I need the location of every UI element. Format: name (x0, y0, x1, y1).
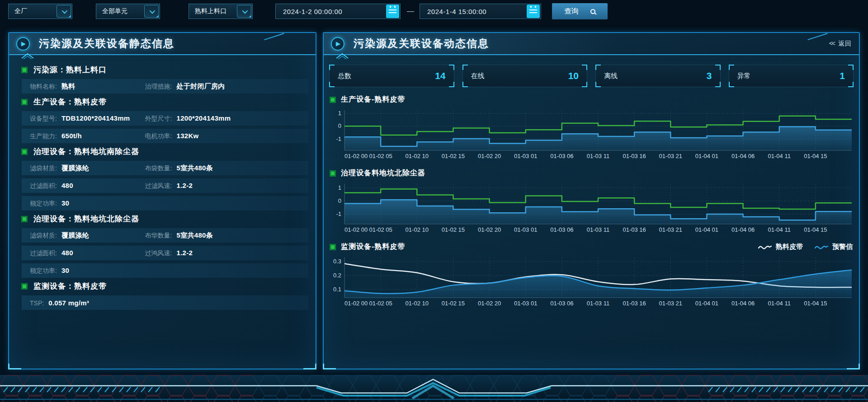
chevron-down-icon (149, 8, 155, 14)
stat-value: 3 (707, 70, 712, 81)
field-value: 处于封闭厂房内 (177, 82, 225, 91)
field-value: 480 (61, 182, 73, 189)
info-row: 过滤面积:480过鸿风速:1.2-2 (22, 246, 308, 260)
field-label: 布袋数量: (145, 164, 172, 173)
field-value: TDB1200*204143mm (61, 114, 130, 122)
green-square-icon (22, 99, 27, 105)
section-heading-label: 监测设备：熟料皮带 (33, 281, 107, 291)
chevron-up-decoration (335, 52, 349, 59)
play-circle-icon: ▶ (16, 37, 30, 51)
section-heading: 污染源：熟料上料口 (22, 65, 308, 75)
svg-text:01-04 06: 01-04 06 (731, 153, 755, 159)
back-button-label: 返回 (838, 40, 852, 47)
dynamic-info-panel: ▶ 污染源及关联设备动态信息 <<返回 总数14在线10离线3异常1 生产设备-… (323, 32, 860, 369)
svg-text:01-03 01: 01-03 01 (514, 226, 537, 233)
field-value: 1200*204143mm (177, 114, 231, 122)
calendar-icon[interactable] (386, 5, 399, 18)
corner-bracket (462, 82, 468, 87)
svg-text:01-04 06: 01-04 06 (731, 226, 755, 233)
corner-bracket (595, 82, 601, 87)
squiggle-line-icon (815, 244, 828, 250)
svg-text:0: 0 (338, 122, 341, 129)
corner-bracket (715, 65, 721, 70)
svg-text:01-04 15: 01-04 15 (804, 226, 827, 233)
corner-bracket (729, 65, 734, 70)
field-value: 1.2-2 (177, 182, 193, 189)
svg-text:01-03 16: 01-03 16 (623, 300, 646, 307)
field-label: 治理措施: (145, 83, 172, 91)
charts-container: 生产设备-熟料皮带10-101-02 0001-02 0501-02 1001-… (324, 95, 859, 308)
svg-text:1: 1 (338, 110, 341, 117)
start-datetime-input[interactable]: 2024-1-2 00:00:00 (275, 4, 401, 19)
source-select[interactable]: 熟料上料口 (189, 4, 253, 19)
end-datetime-input[interactable]: 2024-1-4 15:00:00 (420, 4, 541, 19)
legend-item[interactable]: 预警信 (815, 243, 853, 251)
corner-bracket (329, 65, 335, 70)
back-button[interactable]: <<返回 (829, 40, 852, 48)
info-cell: 过鸿风速:1.2-2 (145, 249, 308, 257)
double-chevron-left-icon: << (829, 40, 835, 47)
svg-text:01-04 15: 01-04 15 (804, 153, 827, 159)
static-info-list: 污染源：熟料上料口物料名称:熟料治理措施:处于封闭厂房内生产设备：熟料皮带设备型… (9, 55, 316, 319)
info-cell: 滤袋材质:覆膜涤纶 (22, 164, 145, 173)
svg-text:0.1: 0.1 (333, 286, 341, 293)
svg-text:01-02 15: 01-02 15 (442, 300, 465, 307)
query-button-label: 查询 (564, 7, 579, 16)
section-heading: 监测设备：熟料皮带 (22, 281, 308, 291)
stat-value: 1 (840, 70, 845, 81)
field-label: 电机功率: (145, 132, 172, 140)
svg-text:01-02 05: 01-02 05 (369, 226, 392, 233)
play-circle-icon: ▶ (331, 37, 344, 51)
svg-text:01-03 01: 01-03 01 (514, 153, 537, 159)
green-square-icon (330, 244, 335, 250)
svg-text:01-02 20: 01-02 20 (478, 226, 501, 233)
field-value: 0.057 mg/m³ (48, 299, 89, 307)
green-square-icon (22, 216, 27, 222)
svg-text:01-04 01: 01-04 01 (695, 153, 718, 159)
svg-text:01-02 10: 01-02 10 (406, 300, 429, 307)
corner-bracket (462, 65, 468, 70)
svg-text:01-03 06: 01-03 06 (550, 153, 573, 159)
info-cell: 生产能力:650t/h (22, 132, 145, 140)
field-value: 覆膜涤纶 (61, 164, 89, 173)
info-row: 滤袋材质:覆膜涤纶布袋数量:5室共480条 (22, 161, 308, 175)
svg-text:1: 1 (338, 184, 341, 191)
field-label: 额定功率: (30, 200, 57, 208)
static-info-header: ▶ 污染源及关联设备静态信息 (9, 33, 316, 55)
chart-block-treatment: 治理设备料地坑北除尘器10-101-02 0001-02 0501-02 100… (329, 168, 854, 234)
green-square-icon (22, 67, 27, 73)
chart-title: 治理设备料地坑北除尘器 (341, 168, 425, 178)
svg-text:01-02 20: 01-02 20 (478, 300, 501, 307)
green-square-icon (22, 284, 27, 289)
field-value: 覆膜涤纶 (61, 231, 89, 240)
svg-text:01-02 00: 01-02 00 (344, 300, 368, 307)
info-cell: 电机功率:132Kw (145, 132, 308, 140)
svg-text:0.2: 0.2 (333, 272, 341, 279)
corner-bracket (729, 82, 734, 87)
field-value: 5室共480条 (177, 164, 213, 173)
query-button[interactable]: 查询 (552, 3, 608, 19)
date-range-separator: — (407, 7, 414, 15)
unit-select[interactable]: 全部单元 (96, 4, 160, 19)
chevron-down-icon[interactable] (57, 5, 71, 18)
dynamic-info-header: ▶ 污染源及关联设备动态信息 <<返回 (324, 33, 859, 55)
svg-text:01-02 05: 01-02 05 (369, 300, 392, 307)
chevron-down-icon[interactable] (144, 5, 159, 18)
info-row: 额定功率:30 (22, 263, 308, 278)
field-label: 过滤面积: (30, 249, 57, 257)
svg-text:01-02 00: 01-02 00 (344, 226, 368, 233)
chevron-down-icon[interactable] (237, 5, 251, 18)
info-cell: 滤袋材质:覆膜涤纶 (22, 231, 145, 240)
stat-label: 在线 (471, 72, 485, 80)
svg-text:01-03 21: 01-03 21 (659, 226, 682, 233)
footer-decoration (0, 375, 868, 402)
section-heading-label: 治理设备：熟料地坑南除尘器 (33, 146, 139, 157)
field-label: 额定功率: (30, 267, 57, 275)
legend-item[interactable]: 熟料皮带 (758, 243, 803, 251)
plant-select[interactable]: 全厂 (8, 4, 72, 19)
chevron-down-icon (61, 8, 67, 14)
calendar-icon[interactable] (527, 5, 540, 18)
svg-text:-1: -1 (336, 210, 341, 217)
field-value: 30 (61, 199, 69, 207)
chart-title: 生产设备-熟料皮带 (341, 95, 405, 104)
